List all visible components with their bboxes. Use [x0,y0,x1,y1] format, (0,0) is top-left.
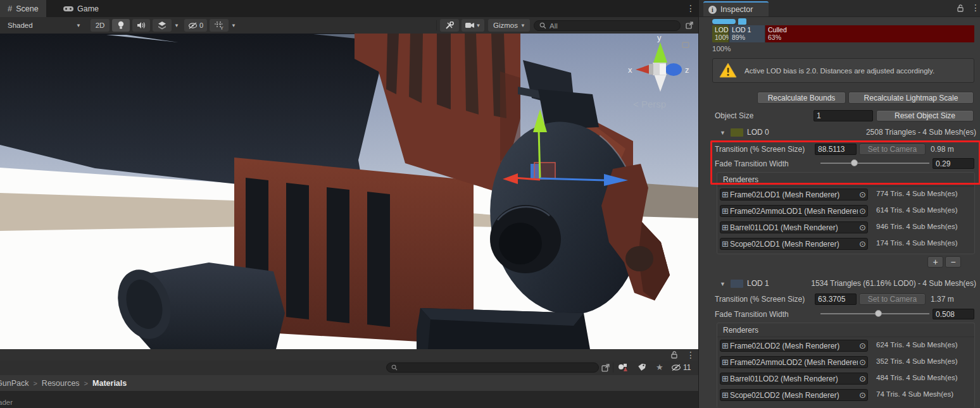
grid-visual-button[interactable]: Y [210,19,229,32]
lod1-renderers-header: Renderers [717,323,974,337]
effects-caret[interactable]: ▼ [172,19,182,32]
maximize-window-icon[interactable] [682,19,696,32]
scene-visibility-button[interactable]: 0 [184,19,207,32]
recalculate-lightmap-scale-button[interactable]: Recalculate Lightmap Scale [848,92,974,104]
lod1-header-label[interactable]: LOD 1 [747,279,769,288]
renderer-object-field[interactable]: ⊞ Frame02AmmoLOD1 (Mesh Renderer) ⊙ [720,205,868,217]
renderer-name: Scope02LOD1 (Mesh Renderer) [730,240,858,249]
persp-label[interactable]: < Persp [633,99,666,109]
search-icon [539,22,546,29]
scene-menu-kebab-icon[interactable]: ⋮ [686,3,695,13]
slider-knob[interactable] [851,159,858,166]
renderer-object-field[interactable]: ⊞ Scope02LOD2 (Mesh Renderer) ⊙ [720,389,868,401]
lock-icon[interactable] [957,4,964,12]
object-picker-icon[interactable]: ⊙ [859,341,866,350]
scene-viewport[interactable]: y x z < Persp [0,34,698,349]
renderer-name: Barrel01LOD2 (Mesh Renderer) [730,374,858,383]
lighting-toggle-button[interactable] [112,19,130,32]
chevron-down-icon: ▼ [174,23,179,28]
breadcrumb-current[interactable]: Materials [92,379,127,388]
add-renderer-button[interactable]: + [927,256,943,268]
object-picker-icon[interactable]: ⊙ [859,390,866,400]
shading-mode-label: Shaded [8,22,33,29]
project-search-input[interactable] [386,362,599,373]
lod-bar-segment-lod0[interactable]: LOD 0 100% [712,25,729,42]
lod0-header-label[interactable]: LOD 0 [747,128,769,137]
object-picker-icon[interactable]: ⊙ [859,374,866,383]
filter-by-label-icon[interactable] [638,363,646,372]
lod-bar-segment-lod1[interactable]: LOD 1 89% [729,25,765,42]
breadcrumb-folder[interactable]: Resources [42,379,80,388]
breadcrumb-root[interactable]: GunPack [0,379,28,388]
renderer-row: ⊞ Frame02AmmoLOD2 (Mesh Renderer) ⊙ 352 … [720,356,972,369]
open-in-window-icon[interactable] [601,364,610,372]
warning-icon [719,63,737,78]
project-menu-kebab-icon[interactable]: ⋮ [686,350,695,360]
object-picker-icon[interactable]: ⊙ [859,206,866,216]
tab-scene[interactable]: # Scene [0,0,46,17]
slider-knob[interactable] [875,310,882,317]
camera-settings-button[interactable]: ▼ [462,19,484,32]
breadcrumb-separator: > [33,380,37,387]
renderer-object-field[interactable]: ⊞ Frame02LOD1 (Mesh Renderer) ⊙ [720,189,868,201]
filter-by-type-icon[interactable] [618,363,628,372]
renderer-object-field[interactable]: ⊞ Frame02AmmoLOD2 (Mesh Renderer) ⊙ [720,356,868,368]
lod0-set-to-camera-button[interactable]: Set to Camera [859,144,926,155]
lod1-set-to-camera-button[interactable]: Set to Camera [859,294,926,305]
tab-inspector[interactable]: i Inspector [703,1,769,16]
remove-renderer-button[interactable]: − [945,256,961,268]
lod-camera-playhead[interactable] [712,19,736,24]
renderer-object-field[interactable]: ⊞ Scope02LOD1 (Mesh Renderer) ⊙ [720,238,868,250]
lod1-fade-slider[interactable] [820,309,929,319]
recalculate-bounds-button[interactable]: Recalculate Bounds [757,92,846,104]
lod1-renderers-box: Renderers ⊞ Frame02LOD2 (Mesh Renderer) … [717,323,975,408]
axis-y-label[interactable]: y [657,34,662,42]
object-picker-icon[interactable]: ⊙ [859,223,866,232]
scene-search-input[interactable]: All [534,20,681,31]
lod0-fade-field[interactable]: 0.29 [933,158,974,169]
renderer-row: ⊞ Barrel01LOD2 (Mesh Renderer) ⊙ 484 Tri… [720,373,972,385]
gizmos-dropdown[interactable]: Gizmos ▼ [488,19,530,32]
2d-toggle-button[interactable]: 2D [91,19,110,32]
object-picker-icon[interactable]: ⊙ [859,239,866,249]
lod0-transition-field[interactable]: 88.5113 [815,144,857,155]
renderer-row: ⊞ Frame02LOD1 (Mesh Renderer) ⊙ 774 Tris… [720,189,972,201]
eye-slash-icon[interactable] [671,364,681,371]
lod1-segment-label: LOD 1 [732,26,765,34]
renderer-name: Frame02LOD1 (Mesh Renderer) [730,190,858,199]
renderer-object-field[interactable]: ⊞ Barrel01LOD1 (Mesh Renderer) ⊙ [720,221,868,233]
lod-camera-marker-icon[interactable] [738,18,746,25]
lod-slider-bar[interactable]: LOD 0 100% LOD 1 89% Culled 63% [712,25,974,42]
tab-game[interactable]: Game [56,0,106,17]
shading-mode-dropdown[interactable]: Shaded ▼ [3,19,86,32]
object-picker-icon[interactable]: ⊙ [859,357,866,367]
lod0-foldout-icon[interactable]: ▼ [720,130,726,136]
object-size-field[interactable]: 1 [814,110,873,121]
lod1-foldout-icon[interactable]: ▼ [720,281,726,287]
lod0-fade-slider[interactable] [820,158,929,168]
reset-object-size-button[interactable]: Reset Object Size [876,110,974,121]
breadcrumb-separator: > [84,380,88,387]
lod1-transition-field[interactable]: 63.3705 [815,294,857,305]
custom-tools-button[interactable] [440,19,459,32]
inspector-menu-kebab-icon[interactable]: ⋮ [971,3,980,13]
lock-icon[interactable] [671,351,678,359]
axis-z-label[interactable]: z [685,65,689,75]
renderer-row: ⊞ Frame02LOD2 (Mesh Renderer) ⊙ 624 Tris… [720,340,972,352]
grid-caret[interactable]: ▼ [229,19,239,32]
object-picker-icon[interactable]: ⊙ [859,190,866,199]
renderer-object-field[interactable]: ⊞ Frame02LOD2 (Mesh Renderer) ⊙ [720,340,868,352]
renderer-name: Frame02AmmoLOD1 (Mesh Renderer) [730,207,858,216]
2d-label: 2D [96,22,105,29]
lod1-fade-field[interactable]: 0.508 [933,309,974,319]
audio-toggle-button[interactable] [132,19,150,32]
renderer-object-field[interactable]: ⊞ Barrel01LOD2 (Mesh Renderer) ⊙ [720,373,868,385]
axis-x-label[interactable]: x [628,65,632,75]
renderer-name: Frame02AmmoLOD2 (Mesh Renderer) [730,358,858,367]
scene-render: y x z < Persp [0,34,698,349]
lod1-segment-pct: 89% [732,34,765,41]
chevron-down-icon: ▼ [76,23,81,28]
effects-dropdown-button[interactable] [153,19,172,32]
lod-bar-segment-culled[interactable]: Culled 63% [765,25,974,42]
favorites-star-icon[interactable]: ★ [656,362,663,372]
